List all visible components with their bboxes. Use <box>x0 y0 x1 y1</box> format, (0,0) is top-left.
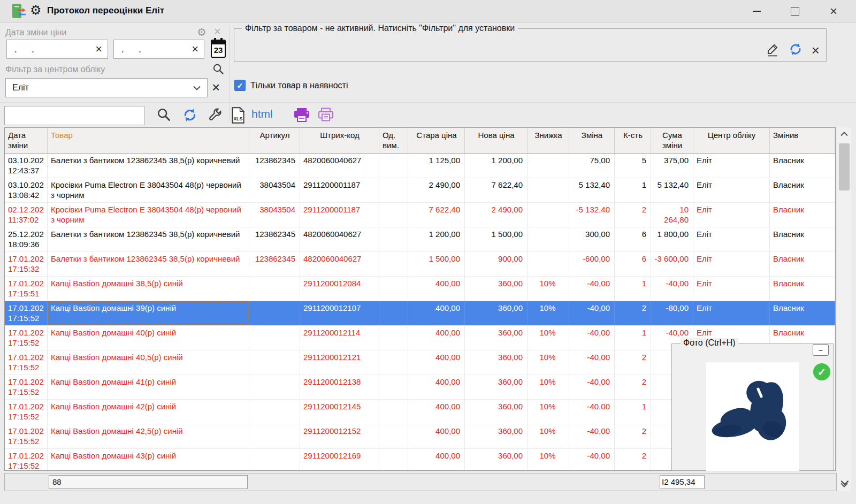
date-filter-label: Дата зміни ціни <box>5 28 66 37</box>
column-header-old_price[interactable]: Стара ціна <box>408 128 465 153</box>
cell-user: Власник <box>770 154 835 178</box>
scroll-up-button[interactable] <box>837 127 851 140</box>
center-search-icon[interactable] <box>212 63 225 78</box>
cell-change: -40,00 <box>569 375 615 399</box>
cell-discount <box>528 178 569 202</box>
stock-checkbox-row[interactable]: ✓ Тільки товар в наявності <box>234 80 348 91</box>
calendar-tab-left <box>214 38 216 41</box>
product-filter-title: Фільтр за товаром - не активний. Натисні… <box>242 24 518 33</box>
cell-change: -5 132,40 <box>569 203 615 227</box>
cell-discount: 10% <box>528 375 569 399</box>
table-row[interactable]: 25.12.202 18:09:36Балетки з бантиком 123… <box>5 227 835 252</box>
stock-checkbox-label: Тільки товар в наявності <box>250 81 348 90</box>
cell-user: Власник <box>770 301 835 325</box>
product-filter-clear-icon[interactable]: × <box>812 44 820 56</box>
total-sum-field[interactable]: I2 495,34 <box>660 475 705 489</box>
cell-unit <box>379 350 408 375</box>
table-row[interactable]: 17.01.202 17:15:52Капці Bastion домашні … <box>5 301 835 326</box>
settings-gear-icon[interactable]: ⚙ <box>30 3 42 18</box>
cell-unit <box>379 375 408 399</box>
table-row[interactable]: 02.12.202 11:37:02Кросівки Puma Electron… <box>5 203 835 227</box>
scrollbar-thumb[interactable] <box>839 143 850 190</box>
column-header-date[interactable]: Дата зміни <box>5 128 48 153</box>
cell-change: -600,00 <box>569 252 615 276</box>
column-header-change[interactable]: Зміна <box>569 128 615 153</box>
cell-article: 123862345 <box>249 252 300 276</box>
print-icon[interactable] <box>293 107 310 125</box>
column-header-discount[interactable]: Знижка <box>528 128 569 153</box>
photo-minimize-button[interactable]: − <box>813 344 829 356</box>
column-header-barcode[interactable]: Штрих-код <box>300 128 379 153</box>
center-select-value: Еліт <box>6 83 193 93</box>
cell-date: 17.01.202 17:15:52 <box>5 350 48 375</box>
cell-discount: 10% <box>528 277 569 301</box>
table-row[interactable]: 17.01.202 17:15:51Капці Bastion домашні … <box>5 277 835 301</box>
cell-qty: 2 <box>615 424 651 448</box>
cell-discount: 10% <box>528 424 569 448</box>
cell-center: Еліт <box>693 277 770 301</box>
refresh-table-icon[interactable] <box>182 107 198 125</box>
cell-unit <box>379 252 408 276</box>
table-row[interactable]: 17.01.202 17:15:32Балетки з бантиком 123… <box>5 252 835 277</box>
maximize-button[interactable] <box>788 4 802 18</box>
edit-pencil-icon[interactable] <box>766 42 779 59</box>
cell-barcode: 2911200012107 <box>300 301 379 325</box>
column-header-article[interactable]: Артикул <box>249 128 300 153</box>
cell-center: Еліт <box>693 227 770 251</box>
date-to-input[interactable]: . . × <box>113 40 204 59</box>
minimize-button[interactable] <box>749 4 764 18</box>
print-preview-icon[interactable] <box>318 107 334 125</box>
refresh-icon[interactable] <box>788 42 803 59</box>
chevron-down-icon <box>193 83 207 93</box>
column-header-center[interactable]: Центр обліку <box>693 128 770 153</box>
close-button[interactable]: × <box>826 4 841 18</box>
date-filter-gear-icon[interactable]: ⚙ <box>197 26 207 39</box>
column-header-sum[interactable]: Сума зміни <box>651 128 693 153</box>
center-clear-icon[interactable]: × <box>212 81 220 94</box>
cell-old_price: 1 500,00 <box>408 252 465 276</box>
photo-panel-title: Фото (Ctrl+H) <box>681 338 738 348</box>
vertical-scrollbar[interactable] <box>837 127 851 491</box>
cell-qty: 6 <box>615 227 651 251</box>
cell-old_price: 400,00 <box>408 449 465 471</box>
cell-qty: 2 <box>615 449 651 471</box>
date-to-clear-icon[interactable]: × <box>186 44 204 55</box>
export-html-icon[interactable]: html <box>251 108 273 120</box>
search-icon[interactable] <box>156 107 171 124</box>
cell-user: Власник <box>770 178 835 202</box>
cell-unit <box>379 400 408 424</box>
column-header-product[interactable]: Товар <box>48 128 249 153</box>
table-row[interactable]: 03.10.202 12:43:37Балетки з бантиком 123… <box>5 154 835 178</box>
toolbar: XLS html <box>0 102 856 127</box>
photo-ok-icon[interactable]: ✓ <box>812 362 831 381</box>
cell-change: -40,00 <box>569 449 615 471</box>
cell-old_price: 400,00 <box>408 375 465 399</box>
column-header-qty[interactable]: К-сть <box>615 128 651 153</box>
column-header-new_price[interactable]: Нова ціна <box>465 128 528 153</box>
stock-checkbox[interactable]: ✓ <box>234 80 246 91</box>
settings-wrench-icon[interactable] <box>208 107 223 124</box>
cell-qty: 2 <box>615 301 651 325</box>
calendar-icon[interactable]: 23 <box>211 40 226 58</box>
cell-user: Власник <box>770 227 835 251</box>
date-from-input[interactable]: . . × <box>6 40 108 59</box>
cell-article <box>249 424 300 448</box>
cell-article <box>249 277 300 301</box>
column-header-unit[interactable]: Од. вим. <box>379 128 408 153</box>
cell-barcode: 4820060040627 <box>300 252 379 276</box>
column-header-user[interactable]: Змінив <box>770 128 835 153</box>
search-input[interactable] <box>4 106 144 125</box>
table-row[interactable]: 03.10.202 13:08:42Кросівки Puma Electron… <box>5 178 835 203</box>
date-from-clear-icon[interactable]: × <box>90 44 108 55</box>
cell-old_price: 400,00 <box>408 350 465 375</box>
cell-article: 123862345 <box>249 227 300 251</box>
center-select[interactable]: Еліт <box>5 78 208 97</box>
cell-product: Капці Bastion домашні 43(р) синій <box>48 449 249 471</box>
date-filter-clear-icon[interactable]: × <box>214 26 221 37</box>
product-photo <box>706 362 799 471</box>
cell-change: 5 132,40 <box>569 178 615 202</box>
cell-date: 03.10.202 12:43:37 <box>5 154 48 178</box>
export-xls-icon[interactable]: XLS <box>231 107 245 126</box>
status-expand-button[interactable] <box>838 476 852 489</box>
cell-barcode: 2911200012138 <box>300 375 379 399</box>
